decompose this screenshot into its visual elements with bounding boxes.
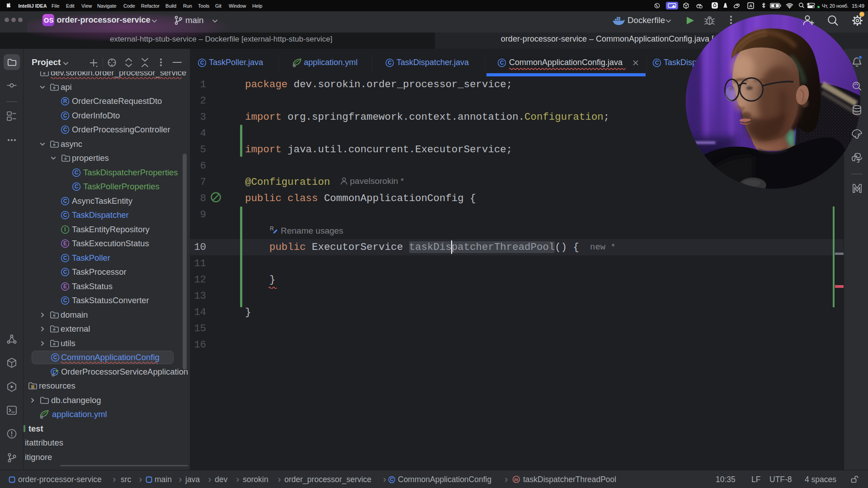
svg-text:C: C [63,212,67,218]
svg-text:E: E [63,240,67,247]
svg-text:R: R [63,98,67,104]
svg-text:C: C [63,255,67,261]
svg-text:C: C [200,60,204,66]
svg-text:C: C [63,198,67,204]
svg-text:A: A [749,4,752,8]
svg-text:C: C [63,113,67,119]
svg-text:C: C [63,127,67,133]
svg-text:C: C [500,60,504,66]
svg-text:C: C [53,354,57,361]
svg-text:C: C [75,169,79,176]
svg-text:C: C [390,477,394,482]
svg-text:C: C [388,60,392,66]
svg-text:C: C [75,183,79,190]
svg-text:C: C [655,60,659,66]
svg-text:I: I [64,226,66,233]
svg-text:C: C [63,269,67,275]
svg-text:C: C [63,297,67,304]
svg-text:m: m [514,477,519,482]
svg-text:R: R [270,225,274,232]
svg-text:E: E [63,283,67,290]
